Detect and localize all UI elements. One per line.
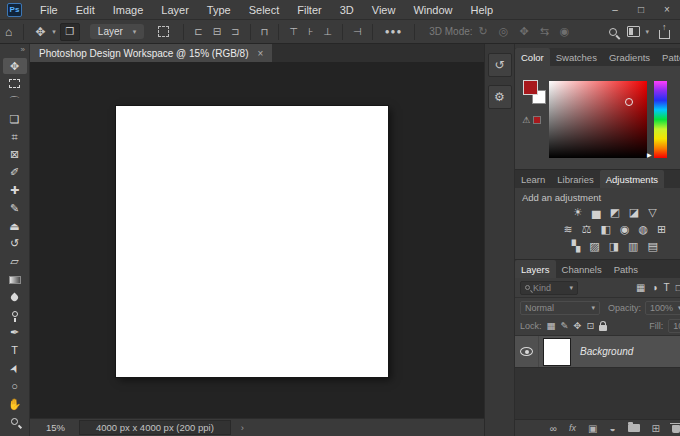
group-layers-icon[interactable] bbox=[628, 424, 640, 432]
exposure-icon[interactable]: ◪ bbox=[629, 206, 639, 219]
tab-paths[interactable]: Paths bbox=[608, 260, 644, 278]
zoom-level-field[interactable]: 15% bbox=[46, 422, 65, 433]
healing-brush-tool[interactable]: ✚ bbox=[3, 183, 27, 199]
lock-transparency-icon[interactable]: ▦ bbox=[547, 321, 556, 331]
properties-panel-icon[interactable]: ⚙ bbox=[488, 85, 512, 109]
history-panel-icon[interactable]: ↺ bbox=[488, 53, 512, 77]
visibility-toggle[interactable] bbox=[515, 336, 539, 367]
vibrance-icon[interactable]: ▽ bbox=[648, 206, 656, 219]
link-layers-icon[interactable]: ∞ bbox=[550, 423, 557, 434]
tab-color[interactable]: Color bbox=[515, 48, 550, 66]
tab-channels[interactable]: Channels bbox=[556, 260, 608, 278]
more-options-icon[interactable]: ●●● bbox=[379, 27, 409, 36]
filter-shape-layers-icon[interactable]: □ bbox=[676, 282, 680, 293]
chevron-down-icon[interactable]: ▾ bbox=[645, 28, 649, 36]
color-balance-icon[interactable]: ⚖ bbox=[582, 223, 592, 236]
auto-select-target-dropdown[interactable]: Layer ▾ bbox=[90, 24, 145, 39]
tab-gradients[interactable]: Gradients bbox=[603, 48, 656, 66]
filter-type-layers-icon[interactable]: T bbox=[664, 282, 670, 293]
tab-patterns[interactable]: Patterns bbox=[656, 48, 680, 66]
align-horizontal-centers-icon[interactable]: ⊟ bbox=[213, 26, 221, 37]
menu-layer[interactable]: Layer bbox=[152, 4, 198, 16]
close-button[interactable]: × bbox=[654, 0, 680, 19]
menu-help[interactable]: Help bbox=[462, 4, 503, 16]
marquee-tool[interactable] bbox=[3, 76, 27, 92]
search-icon[interactable] bbox=[609, 28, 617, 36]
move-tool-preset-icon[interactable]: ✥ bbox=[30, 25, 50, 39]
share-icon[interactable] bbox=[659, 30, 670, 39]
3d-slide-icon[interactable]: ⇆ bbox=[540, 25, 549, 38]
object-selection-tool[interactable]: ❏ bbox=[3, 111, 27, 127]
gamut-color-swatch[interactable] bbox=[533, 116, 541, 124]
home-icon[interactable]: ⌂ bbox=[0, 25, 17, 39]
saturation-brightness-field[interactable] bbox=[549, 81, 647, 158]
3d-orbit-icon[interactable]: ↻ bbox=[479, 25, 488, 38]
brightness-contrast-icon[interactable]: ☀ bbox=[573, 206, 583, 219]
3d-roll-icon[interactable]: ◎ bbox=[499, 25, 509, 38]
auto-select-toggle[interactable]: ❐ bbox=[60, 23, 80, 41]
minimize-button[interactable]: – bbox=[602, 0, 628, 19]
dodge-tool[interactable] bbox=[3, 307, 27, 323]
distribute-horizontal-icon[interactable]: ⊣ bbox=[353, 26, 362, 37]
opacity-field[interactable]: 100% ▾ bbox=[645, 301, 680, 315]
hue-saturation-icon[interactable]: ≋ bbox=[563, 223, 572, 236]
curves-icon[interactable]: ◩ bbox=[609, 206, 619, 219]
eraser-tool[interactable]: ▱ bbox=[3, 254, 27, 270]
lock-artboard-icon[interactable]: ⊡ bbox=[586, 321, 594, 331]
gradient-tool[interactable] bbox=[3, 272, 27, 288]
document-tab-close-icon[interactable]: × bbox=[258, 48, 264, 59]
menu-select[interactable]: Select bbox=[240, 4, 289, 16]
status-chevron-icon[interactable]: › bbox=[241, 422, 244, 433]
menu-file[interactable]: File bbox=[31, 4, 67, 16]
blend-mode-dropdown[interactable]: Normal ▾ bbox=[520, 301, 600, 315]
workspace-switcher-icon[interactable] bbox=[627, 26, 640, 37]
layer-mask-icon[interactable]: ▣ bbox=[588, 423, 597, 434]
clone-stamp-tool[interactable]: ⏏ bbox=[3, 218, 27, 234]
distribute-bottom-edges-icon[interactable]: ⊥ bbox=[323, 26, 332, 37]
color-lookup-icon[interactable]: ⊞ bbox=[657, 223, 666, 236]
history-brush-tool[interactable]: ↺ bbox=[3, 236, 27, 252]
distribute-vertical-centers-icon[interactable]: ⊦ bbox=[308, 26, 313, 37]
posterize-icon[interactable]: ▨ bbox=[589, 240, 599, 253]
frame-tool[interactable]: ⊠ bbox=[3, 147, 27, 163]
selective-color-icon[interactable]: ▤ bbox=[648, 240, 658, 253]
menu-window[interactable]: Window bbox=[404, 4, 461, 16]
delete-layer-icon[interactable] bbox=[672, 425, 680, 433]
menu-filter[interactable]: Filter bbox=[288, 4, 330, 16]
maximize-button[interactable]: □ bbox=[628, 0, 654, 19]
hue-slider[interactable] bbox=[654, 81, 667, 158]
align-right-edges-icon[interactable]: ⊐ bbox=[231, 26, 239, 37]
move-tool[interactable]: ✥ bbox=[3, 58, 27, 74]
show-transform-controls-toggle[interactable] bbox=[158, 26, 169, 37]
photo-filter-icon[interactable]: ◉ bbox=[620, 223, 630, 236]
tab-swatches[interactable]: Swatches bbox=[550, 48, 603, 66]
document-tab[interactable]: Photoshop Design Workspace @ 15% (RGB/8)… bbox=[30, 44, 272, 62]
filter-kind-dropdown[interactable]: Kind ▾ bbox=[520, 281, 578, 295]
hand-tool[interactable]: ✋ bbox=[3, 396, 27, 412]
threshold-icon[interactable]: ◨ bbox=[609, 240, 619, 253]
menu-3d[interactable]: 3D bbox=[331, 4, 363, 16]
document-canvas[interactable] bbox=[116, 106, 388, 377]
fill-field[interactable]: 100% ▾ bbox=[668, 319, 680, 333]
new-layer-icon[interactable]: ⊞ bbox=[652, 423, 660, 434]
lock-position-icon[interactable]: ✥ bbox=[573, 321, 581, 331]
3d-camera-icon[interactable]: ◉ bbox=[560, 25, 570, 38]
menu-view[interactable]: View bbox=[363, 4, 405, 16]
blur-tool[interactable] bbox=[3, 289, 27, 305]
layer-thumbnail[interactable] bbox=[544, 339, 570, 365]
tab-learn[interactable]: Learn bbox=[515, 170, 551, 188]
brush-tool[interactable]: ✎ bbox=[3, 200, 27, 216]
lasso-tool[interactable]: ⌒ bbox=[3, 94, 27, 110]
foreground-color-swatch[interactable] bbox=[523, 80, 538, 95]
tab-libraries[interactable]: Libraries bbox=[551, 170, 599, 188]
menu-edit[interactable]: Edit bbox=[67, 4, 104, 16]
filter-pixel-layers-icon[interactable]: ▦ bbox=[636, 282, 645, 293]
type-tool[interactable]: T bbox=[3, 343, 27, 359]
align-left-edges-icon[interactable]: ⊏ bbox=[194, 26, 202, 37]
crop-tool[interactable]: ⌗ bbox=[3, 129, 27, 145]
path-selection-tool[interactable]: ➤ bbox=[3, 361, 27, 377]
align-top-edges-icon[interactable]: ⊓ bbox=[261, 26, 269, 37]
filter-adjustment-layers-icon[interactable]: ◑ bbox=[652, 282, 658, 293]
adjustment-layer-icon[interactable]: ◒ bbox=[609, 423, 615, 434]
canvas-area[interactable] bbox=[30, 62, 484, 418]
